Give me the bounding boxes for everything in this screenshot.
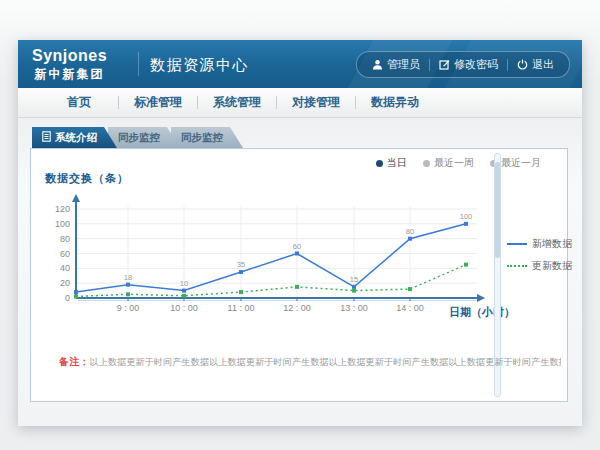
range-option-1[interactable]: 当日 — [376, 156, 407, 170]
logo-en-text: Synjones — [32, 45, 107, 64]
svg-text:14 : 00: 14 : 00 — [396, 303, 424, 313]
user-icon — [372, 59, 383, 70]
tab-label: 同步监控 — [181, 131, 223, 145]
svg-text:100: 100 — [460, 212, 473, 221]
user-menu-admin-label: 管理员 — [387, 57, 420, 72]
legend-label: 更新数据 — [532, 259, 572, 273]
svg-text:11 : 00: 11 : 00 — [228, 303, 255, 313]
nav-item-3[interactable]: 系统管理 — [198, 94, 276, 111]
svg-text:20: 20 — [60, 278, 70, 288]
svg-text:9 : 00: 9 : 00 — [117, 303, 140, 313]
chart-y-axis-title: 数据交换（条） — [45, 171, 129, 186]
main-nav: 首页标准管理系统管理对接管理数据异动 — [18, 88, 582, 118]
svg-text:60: 60 — [60, 249, 70, 259]
scrollbar-thumb[interactable] — [495, 162, 500, 258]
svg-text:10 : 00: 10 : 00 — [170, 303, 198, 313]
range-option-label: 最近一周 — [434, 156, 474, 170]
header-divider — [138, 52, 139, 76]
logout-label: 退出 — [532, 57, 554, 72]
svg-text:120: 120 — [55, 204, 70, 214]
range-option-label: 最近一月 — [501, 156, 541, 170]
svg-text:12 : 00: 12 : 00 — [283, 303, 311, 313]
svg-text:0: 0 — [65, 293, 70, 303]
document-icon — [42, 131, 51, 144]
range-option-2[interactable]: 最近一周 — [423, 156, 474, 170]
page-title: 数据资源中心 — [150, 40, 249, 88]
tab-label: 系统介绍 — [55, 131, 97, 145]
svg-text:10: 10 — [180, 279, 188, 288]
svg-text:日期（小时）: 日期（小时） — [449, 306, 515, 319]
user-menu: 管理员 修改密码 退出 — [356, 51, 570, 78]
legend-line-sample — [507, 265, 527, 267]
user-menu-admin[interactable]: 管理员 — [363, 57, 429, 72]
logo-cn-text: 新中新集团 — [32, 68, 107, 80]
radio-dot-icon — [376, 160, 383, 167]
svg-text:100: 100 — [55, 219, 70, 229]
legend-item-2[interactable]: 更新数据 — [507, 259, 572, 273]
tab-1[interactable]: 系统介绍 — [32, 127, 117, 148]
change-password-button[interactable]: 修改密码 — [430, 57, 507, 72]
time-range-selector: 当日最近一周最近一月 — [376, 156, 541, 170]
tab-3[interactable]: 同步监控 — [171, 127, 243, 148]
svg-text:40: 40 — [60, 263, 70, 273]
app-window: Synjones 新中新集团 数据资源中心 管理员 修改密码 — [18, 40, 582, 426]
app-header: Synjones 新中新集团 数据资源中心 管理员 修改密码 — [18, 40, 582, 88]
synjones-logo: Synjones 新中新集团 — [32, 45, 107, 80]
change-password-label: 修改密码 — [454, 57, 498, 72]
footnote-text: 以上数据更新于时间产生数据以上数据更新于时间产生数据以上数据更新于时间产生数据以… — [90, 357, 561, 367]
radio-dot-icon — [423, 160, 430, 167]
tab-label: 同步监控 — [118, 131, 160, 145]
svg-text:80: 80 — [60, 234, 70, 244]
nav-item-1[interactable]: 首页 — [40, 94, 118, 111]
nav-item-5[interactable]: 数据异动 — [356, 94, 434, 111]
logout-button[interactable]: 退出 — [508, 57, 563, 72]
svg-text:13 : 00: 13 : 00 — [340, 303, 368, 313]
svg-text:80: 80 — [406, 227, 414, 236]
legend-label: 新增数据 — [532, 237, 572, 251]
chart-legend: 新增数据更新数据 — [507, 237, 572, 281]
line-chart: 9 : 0010 : 0011 : 0012 : 0013 : 0014 : 0… — [31, 194, 567, 334]
tab-2[interactable]: 同步监控 — [108, 127, 180, 148]
footnote-label: 备注： — [59, 356, 90, 367]
footnote: 备注：以上数据更新于时间产生数据以上数据更新于时间产生数据以上数据更新于时间产生… — [59, 355, 561, 369]
desktop-background: Synjones 新中新集团 数据资源中心 管理员 修改密码 — [0, 0, 600, 450]
range-option-label: 当日 — [387, 156, 407, 170]
svg-text:60: 60 — [293, 242, 301, 251]
nav-item-4[interactable]: 对接管理 — [277, 94, 355, 111]
svg-text:15: 15 — [350, 275, 358, 284]
svg-text:35: 35 — [237, 260, 245, 269]
legend-line-sample — [507, 243, 527, 245]
chart-panel: 当日最近一周最近一月 数据交换（条） 9 : 0010 : 0011 : 001… — [30, 148, 568, 402]
nav-item-2[interactable]: 标准管理 — [119, 94, 197, 111]
svg-text:18: 18 — [124, 273, 132, 282]
edit-icon — [439, 59, 450, 70]
tab-bar: 系统介绍同步监控同步监控 — [32, 127, 234, 148]
power-icon — [517, 59, 528, 70]
legend-item-1[interactable]: 新增数据 — [507, 237, 572, 251]
